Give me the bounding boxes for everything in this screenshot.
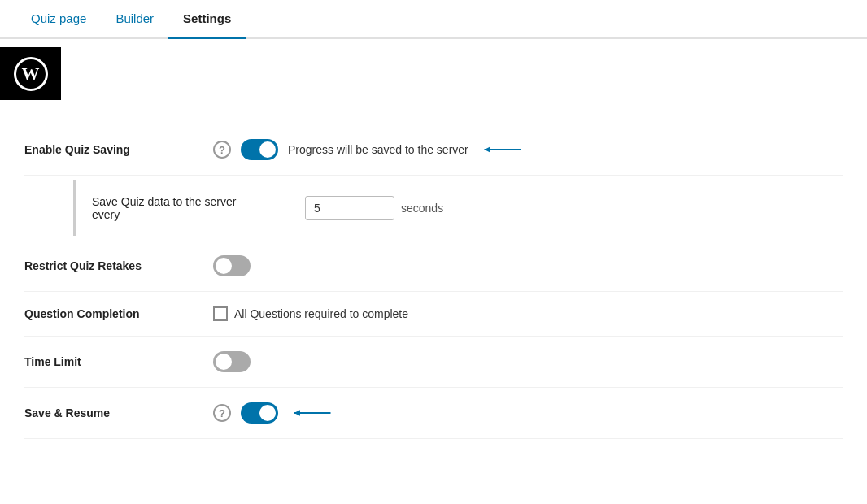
save-resume-row: Save & Resume ? [24, 388, 843, 439]
restrict-quiz-retakes-controls [213, 255, 843, 276]
time-limit-controls [213, 351, 843, 372]
save-quiz-data-controls: seconds [305, 196, 443, 220]
save-quiz-data-input[interactable] [305, 196, 394, 220]
question-completion-checkbox[interactable] [213, 306, 228, 321]
save-quiz-data-label: Save Quiz data to the server every [92, 195, 246, 221]
question-completion-controls: All Questions required to complete [213, 306, 843, 321]
save-resume-controls: ? [213, 402, 843, 424]
restrict-quiz-retakes-row: Restrict Quiz Retakes [24, 241, 843, 292]
question-completion-checkbox-control[interactable]: All Questions required to complete [213, 306, 408, 321]
save-quiz-data-container: Save Quiz data to the server every secon… [24, 176, 843, 241]
svg-marker-1 [484, 146, 490, 153]
tab-builder[interactable]: Builder [101, 0, 168, 39]
tab-quiz-page[interactable]: Quiz page [16, 0, 101, 39]
save-quiz-data-row: Save Quiz data to the server every secon… [73, 180, 843, 236]
tab-settings[interactable]: Settings [168, 0, 246, 39]
wp-logo-bar: W [0, 47, 61, 100]
time-limit-toggle[interactable] [213, 351, 251, 372]
settings-content: Enable Quiz Saving ? Progress will be sa… [0, 100, 867, 455]
enable-quiz-saving-toggle[interactable] [241, 139, 278, 160]
question-completion-row: Question Completion All Questions requir… [24, 292, 843, 337]
wordpress-logo: W [14, 57, 48, 91]
save-resume-label: Save & Resume [24, 406, 203, 419]
enable-quiz-saving-label: Enable Quiz Saving [24, 143, 203, 156]
save-resume-toggle[interactable] [241, 402, 278, 424]
save-resume-help-icon[interactable]: ? [213, 404, 231, 422]
enable-quiz-saving-info-text: Progress will be saved to the server [288, 143, 468, 156]
tab-navigation: Quiz page Builder Settings [0, 0, 867, 39]
save-resume-arrow [288, 405, 337, 421]
question-completion-checkbox-label: All Questions required to complete [234, 307, 408, 320]
restrict-quiz-retakes-toggle[interactable] [213, 255, 251, 276]
time-limit-row: Time Limit [24, 337, 843, 388]
enable-quiz-saving-help-icon[interactable]: ? [213, 141, 231, 159]
enable-quiz-saving-row: Enable Quiz Saving ? Progress will be sa… [24, 124, 843, 176]
svg-marker-3 [294, 410, 301, 416]
enable-quiz-saving-arrow [478, 141, 527, 158]
enable-quiz-saving-controls: ? Progress will be saved to the server [213, 139, 843, 160]
seconds-label: seconds [401, 202, 443, 215]
question-completion-label: Question Completion [24, 307, 203, 320]
restrict-quiz-retakes-label: Restrict Quiz Retakes [24, 259, 203, 272]
time-limit-label: Time Limit [24, 355, 203, 368]
